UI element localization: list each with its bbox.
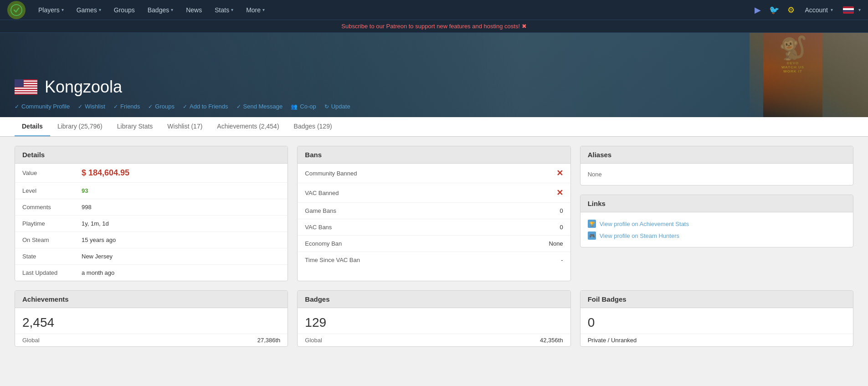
details-card: Details Value $ 184,604.95 Level 93 Comm…: [15, 146, 288, 281]
game-bans-value: 0: [560, 207, 563, 214]
navbar: Players ▾ Games ▾ Groups Badges ▾ News S…: [0, 0, 868, 20]
nav-badges[interactable]: Badges ▾: [142, 4, 179, 16]
vac-bans-value: 0: [560, 224, 563, 231]
bans-card: Bans Community Banned ✕ VAC Banned ✕ Gam…: [297, 146, 570, 281]
foil-badges-status: Private / Unranked: [588, 337, 637, 344]
details-card-body: Value $ 184,604.95 Level 93 Comments 998…: [15, 164, 288, 281]
links-card-body: 🏆 View profile on Achievement Stats 🎮 Vi…: [580, 212, 853, 247]
vac-banned-label: VAC Banned: [305, 190, 339, 196]
svg-point-0: [11, 5, 22, 15]
add-to-friends-link[interactable]: ✓ Add to Friends: [183, 103, 228, 110]
tab-wishlist[interactable]: Wishlist (17): [160, 117, 210, 136]
tab-library[interactable]: Library (25,796): [50, 117, 110, 136]
friends-link[interactable]: ✓ Friends: [113, 103, 140, 110]
tab-badges[interactable]: Badges (129): [287, 117, 339, 136]
discord-icon[interactable]: ▶: [753, 3, 763, 17]
more-dropdown-arrow: ▾: [262, 7, 265, 12]
account-menu[interactable]: Account ▾: [801, 5, 837, 15]
update-link[interactable]: ↻ Update: [324, 103, 350, 110]
steam-hunters-link[interactable]: 🎮 View profile on Steam Hunters: [588, 230, 846, 242]
message-icon: ✓: [236, 103, 241, 110]
profile-tabs: Details Library (25,796) Library Stats W…: [0, 117, 868, 137]
value-label: Value: [22, 170, 82, 176]
achievement-stats-link[interactable]: 🏆 View profile on Achievement Stats: [588, 218, 846, 230]
nav-right: ▶ 🐦 ⚙ Account ▾ ▾: [753, 3, 861, 17]
ban-row-economy: Economy Ban None: [298, 236, 570, 252]
ban-row-vac-bans: VAC Bans 0: [298, 219, 570, 236]
badges-count: 129: [298, 308, 570, 334]
tab-achievements[interactable]: Achievements (2,454): [210, 117, 286, 136]
account-dropdown-arrow: ▾: [831, 7, 833, 12]
wishlist-link[interactable]: ✓ Wishlist: [78, 103, 105, 110]
ban-row-vac: VAC Banned ✕: [298, 183, 570, 203]
aliases-card: Aliases None: [580, 146, 853, 185]
svg-rect-5: [15, 87, 37, 89]
ban-row-community: Community Banned ✕: [298, 164, 570, 183]
language-dropdown-arrow[interactable]: ▾: [858, 7, 861, 12]
groups-link[interactable]: ✓ Groups: [148, 103, 175, 110]
content-grid: Details Value $ 184,604.95 Level 93 Comm…: [0, 137, 868, 290]
detail-row-state: State New Jersey: [15, 248, 288, 265]
badges-card-header: Badges: [298, 291, 570, 308]
right-column: Aliases None Links 🏆 View profile on Ach…: [580, 146, 853, 281]
achievements-global-rank: 27,386th: [257, 337, 281, 344]
ban-row-game-bans: Game Bans 0: [298, 203, 570, 219]
economy-ban-value: None: [549, 240, 563, 247]
profile-username: Kongzoola: [45, 77, 122, 97]
coop-link[interactable]: 👥 Co-op: [291, 103, 316, 110]
nav-more[interactable]: More ▾: [241, 4, 270, 16]
community-profile-link[interactable]: ✓ Community Profile: [15, 103, 70, 110]
nav-stats[interactable]: Stats ▾: [209, 4, 239, 16]
twitter-icon[interactable]: 🐦: [767, 3, 781, 17]
settings-gear-icon[interactable]: ⚙: [786, 3, 796, 17]
state-value: New Jersey: [82, 253, 113, 260]
nav-players[interactable]: Players ▾: [33, 4, 69, 16]
game-bans-label: Game Bans: [305, 207, 336, 214]
svg-rect-8: [15, 79, 24, 87]
foil-badges-status-row: Private / Unranked: [580, 334, 853, 346]
links-card-header: Links: [580, 195, 853, 212]
level-value: 93: [82, 187, 88, 194]
achievements-count: 2,454: [15, 308, 288, 334]
comments-label: Comments: [22, 204, 82, 211]
onsteam-label: On Steam: [22, 237, 82, 243]
detail-row-value: Value $ 184,604.95: [15, 164, 288, 183]
vac-banned-value: ✕: [556, 188, 563, 198]
hero-username-row: Kongzoola: [15, 77, 853, 97]
playtime-label: Playtime: [22, 220, 82, 227]
nav-groups[interactable]: Groups: [108, 4, 140, 16]
last-updated-value: a month ago: [82, 269, 114, 276]
nav-items: Players ▾ Games ▾ Groups Badges ▾ News S…: [33, 4, 753, 16]
hero-profile-links: ✓ Community Profile ✓ Wishlist ✓ Friends…: [15, 103, 853, 110]
svg-rect-7: [15, 93, 37, 94]
hero-content: Kongzoola ✓ Community Profile ✓ Wishlist…: [0, 67, 868, 117]
nav-games[interactable]: Games ▾: [71, 4, 107, 16]
profile-country-flag: [15, 79, 37, 95]
tab-details[interactable]: Details: [15, 117, 50, 136]
site-logo[interactable]: [7, 1, 26, 19]
detail-row-playtime: Playtime 1y, 1m, 1d: [15, 216, 288, 232]
detail-row-last-updated: Last Updated a month ago: [15, 265, 288, 281]
level-label: Level: [22, 187, 82, 194]
send-message-link[interactable]: ✓ Send Message: [236, 103, 283, 110]
language-flag[interactable]: [843, 6, 854, 14]
ban-row-time-vac: Time Since VAC Ban -: [298, 252, 570, 268]
detail-row-level: Level 93: [15, 183, 288, 199]
details-card-header: Details: [15, 146, 288, 164]
main-content: Details Value $ 184,604.95 Level 93 Comm…: [0, 137, 868, 386]
players-dropdown-arrow: ▾: [62, 7, 64, 12]
patreon-banner: Subscribe to our Patreon to support new …: [0, 20, 868, 33]
steam-hunters-icon: 🎮: [588, 232, 596, 240]
economy-ban-label: Economy Ban: [305, 240, 342, 247]
comments-value: 998: [82, 204, 92, 211]
achievements-global-row: Global 27,386th: [15, 334, 288, 346]
tab-library-stats[interactable]: Library Stats: [110, 117, 160, 136]
coop-icon: 👥: [291, 103, 298, 110]
achievements-card-header: Achievements: [15, 291, 288, 308]
community-profile-icon: ✓: [15, 103, 19, 110]
aliases-card-header: Aliases: [580, 146, 853, 164]
foil-badges-card: Foil Badges 0 Private / Unranked: [580, 290, 853, 347]
nav-news[interactable]: News: [180, 4, 207, 16]
badges-global-row: Global 42,356th: [298, 334, 570, 346]
playtime-value: 1y, 1m, 1d: [82, 220, 109, 227]
